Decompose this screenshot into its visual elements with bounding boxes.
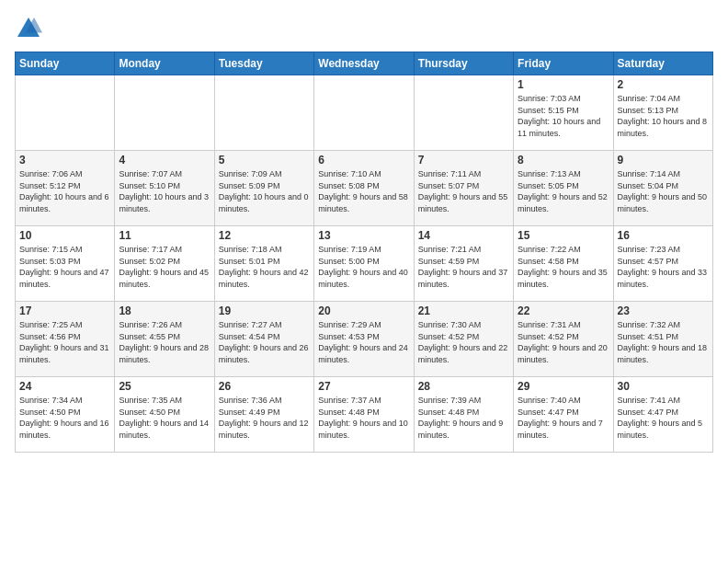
calendar-cell: 22Sunrise: 7:31 AM Sunset: 4:52 PM Dayli…	[514, 302, 613, 377]
day-number: 1	[518, 78, 609, 91]
day-info: Sunrise: 7:32 AM Sunset: 4:51 PM Dayligh…	[618, 319, 709, 365]
day-number: 4	[119, 154, 210, 167]
day-info: Sunrise: 7:07 AM Sunset: 5:10 PM Dayligh…	[119, 168, 210, 214]
calendar-cell: 14Sunrise: 7:21 AM Sunset: 4:59 PM Dayli…	[414, 226, 513, 302]
day-number: 19	[219, 304, 310, 317]
day-number: 2	[618, 78, 709, 91]
day-info: Sunrise: 7:13 AM Sunset: 5:05 PM Dayligh…	[518, 168, 609, 214]
day-number: 25	[119, 380, 210, 393]
day-info: Sunrise: 7:26 AM Sunset: 4:55 PM Dayligh…	[119, 319, 210, 365]
day-info: Sunrise: 7:41 AM Sunset: 4:47 PM Dayligh…	[618, 395, 709, 441]
calendar-cell: 2Sunrise: 7:04 AM Sunset: 5:13 PM Daylig…	[613, 75, 712, 151]
calendar-cell: 27Sunrise: 7:37 AM Sunset: 4:48 PM Dayli…	[314, 377, 414, 453]
logo	[15, 15, 46, 42]
calendar-cell	[314, 75, 414, 151]
calendar-cell	[414, 75, 513, 151]
weekday-friday: Friday	[514, 52, 613, 75]
day-info: Sunrise: 7:22 AM Sunset: 4:58 PM Dayligh…	[518, 244, 609, 290]
calendar-cell: 11Sunrise: 7:17 AM Sunset: 5:02 PM Dayli…	[115, 226, 214, 302]
week-row-1: 1Sunrise: 7:03 AM Sunset: 5:15 PM Daylig…	[16, 75, 713, 151]
week-row-2: 3Sunrise: 7:06 AM Sunset: 5:12 PM Daylig…	[16, 151, 713, 226]
day-number: 22	[518, 304, 609, 317]
day-info: Sunrise: 7:35 AM Sunset: 4:50 PM Dayligh…	[119, 395, 210, 441]
calendar-cell: 25Sunrise: 7:35 AM Sunset: 4:50 PM Dayli…	[115, 377, 214, 453]
day-info: Sunrise: 7:31 AM Sunset: 4:52 PM Dayligh…	[518, 319, 609, 365]
day-info: Sunrise: 7:14 AM Sunset: 5:04 PM Dayligh…	[618, 168, 709, 214]
weekday-wednesday: Wednesday	[314, 52, 414, 75]
weekday-monday: Monday	[115, 52, 214, 75]
calendar-cell: 15Sunrise: 7:22 AM Sunset: 4:58 PM Dayli…	[514, 226, 613, 302]
page: SundayMondayTuesdayWednesdayThursdayFrid…	[0, 0, 728, 460]
day-number: 28	[418, 380, 509, 393]
day-info: Sunrise: 7:36 AM Sunset: 4:49 PM Dayligh…	[219, 395, 310, 441]
calendar-cell: 21Sunrise: 7:30 AM Sunset: 4:52 PM Dayli…	[414, 302, 513, 377]
calendar-cell: 17Sunrise: 7:25 AM Sunset: 4:56 PM Dayli…	[16, 302, 115, 377]
calendar-cell: 9Sunrise: 7:14 AM Sunset: 5:04 PM Daylig…	[613, 151, 712, 226]
day-number: 12	[219, 229, 310, 242]
calendar-cell: 4Sunrise: 7:07 AM Sunset: 5:10 PM Daylig…	[115, 151, 214, 226]
day-number: 6	[318, 154, 409, 167]
weekday-saturday: Saturday	[613, 52, 712, 75]
week-row-4: 17Sunrise: 7:25 AM Sunset: 4:56 PM Dayli…	[16, 302, 713, 377]
day-info: Sunrise: 7:15 AM Sunset: 5:03 PM Dayligh…	[19, 244, 110, 290]
day-info: Sunrise: 7:06 AM Sunset: 5:12 PM Dayligh…	[19, 168, 110, 214]
day-info: Sunrise: 7:10 AM Sunset: 5:08 PM Dayligh…	[318, 168, 409, 214]
day-number: 21	[418, 304, 509, 317]
calendar-cell	[115, 75, 214, 151]
header	[15, 15, 713, 42]
day-number: 20	[318, 304, 409, 317]
calendar-cell: 23Sunrise: 7:32 AM Sunset: 4:51 PM Dayli…	[613, 302, 712, 377]
day-number: 15	[518, 229, 609, 242]
calendar-cell: 6Sunrise: 7:10 AM Sunset: 5:08 PM Daylig…	[314, 151, 414, 226]
day-number: 17	[19, 304, 110, 317]
week-row-5: 24Sunrise: 7:34 AM Sunset: 4:50 PM Dayli…	[16, 377, 713, 453]
day-number: 24	[19, 380, 110, 393]
day-number: 23	[618, 304, 709, 317]
day-number: 7	[418, 154, 509, 167]
day-number: 27	[318, 380, 409, 393]
calendar-cell: 20Sunrise: 7:29 AM Sunset: 4:53 PM Dayli…	[314, 302, 414, 377]
calendar-cell: 13Sunrise: 7:19 AM Sunset: 5:00 PM Dayli…	[314, 226, 414, 302]
day-info: Sunrise: 7:09 AM Sunset: 5:09 PM Dayligh…	[219, 168, 310, 214]
day-info: Sunrise: 7:34 AM Sunset: 4:50 PM Dayligh…	[19, 395, 110, 441]
day-info: Sunrise: 7:40 AM Sunset: 4:47 PM Dayligh…	[518, 395, 609, 441]
day-number: 10	[19, 229, 110, 242]
calendar-cell: 16Sunrise: 7:23 AM Sunset: 4:57 PM Dayli…	[613, 226, 712, 302]
day-info: Sunrise: 7:23 AM Sunset: 4:57 PM Dayligh…	[618, 244, 709, 290]
day-number: 14	[418, 229, 509, 242]
day-number: 18	[119, 304, 210, 317]
calendar-cell: 3Sunrise: 7:06 AM Sunset: 5:12 PM Daylig…	[16, 151, 115, 226]
calendar-cell: 24Sunrise: 7:34 AM Sunset: 4:50 PM Dayli…	[16, 377, 115, 453]
day-info: Sunrise: 7:18 AM Sunset: 5:01 PM Dayligh…	[219, 244, 310, 290]
day-number: 8	[518, 154, 609, 167]
day-number: 29	[518, 380, 609, 393]
weekday-thursday: Thursday	[414, 52, 513, 75]
day-info: Sunrise: 7:29 AM Sunset: 4:53 PM Dayligh…	[318, 319, 409, 365]
weekday-sunday: Sunday	[16, 52, 115, 75]
calendar-cell: 8Sunrise: 7:13 AM Sunset: 5:05 PM Daylig…	[514, 151, 613, 226]
day-info: Sunrise: 7:25 AM Sunset: 4:56 PM Dayligh…	[19, 319, 110, 365]
calendar-cell: 10Sunrise: 7:15 AM Sunset: 5:03 PM Dayli…	[16, 226, 115, 302]
day-number: 13	[318, 229, 409, 242]
day-info: Sunrise: 7:39 AM Sunset: 4:48 PM Dayligh…	[418, 395, 509, 441]
weekday-tuesday: Tuesday	[214, 52, 313, 75]
day-number: 30	[618, 380, 709, 393]
day-number: 11	[119, 229, 210, 242]
calendar-cell: 26Sunrise: 7:36 AM Sunset: 4:49 PM Dayli…	[214, 377, 313, 453]
week-row-3: 10Sunrise: 7:15 AM Sunset: 5:03 PM Dayli…	[16, 226, 713, 302]
day-info: Sunrise: 7:17 AM Sunset: 5:02 PM Dayligh…	[119, 244, 210, 290]
calendar-cell: 1Sunrise: 7:03 AM Sunset: 5:15 PM Daylig…	[514, 75, 613, 151]
calendar-cell: 29Sunrise: 7:40 AM Sunset: 4:47 PM Dayli…	[514, 377, 613, 453]
calendar-cell: 28Sunrise: 7:39 AM Sunset: 4:48 PM Dayli…	[414, 377, 513, 453]
calendar-cell	[16, 75, 115, 151]
day-number: 5	[219, 154, 310, 167]
day-info: Sunrise: 7:03 AM Sunset: 5:15 PM Dayligh…	[518, 93, 609, 139]
calendar-cell: 5Sunrise: 7:09 AM Sunset: 5:09 PM Daylig…	[214, 151, 313, 226]
calendar-cell	[214, 75, 313, 151]
calendar-cell: 18Sunrise: 7:26 AM Sunset: 4:55 PM Dayli…	[115, 302, 214, 377]
calendar-cell: 7Sunrise: 7:11 AM Sunset: 5:07 PM Daylig…	[414, 151, 513, 226]
day-number: 26	[219, 380, 310, 393]
calendar-cell: 12Sunrise: 7:18 AM Sunset: 5:01 PM Dayli…	[214, 226, 313, 302]
day-info: Sunrise: 7:11 AM Sunset: 5:07 PM Dayligh…	[418, 168, 509, 214]
day-info: Sunrise: 7:30 AM Sunset: 4:52 PM Dayligh…	[418, 319, 509, 365]
